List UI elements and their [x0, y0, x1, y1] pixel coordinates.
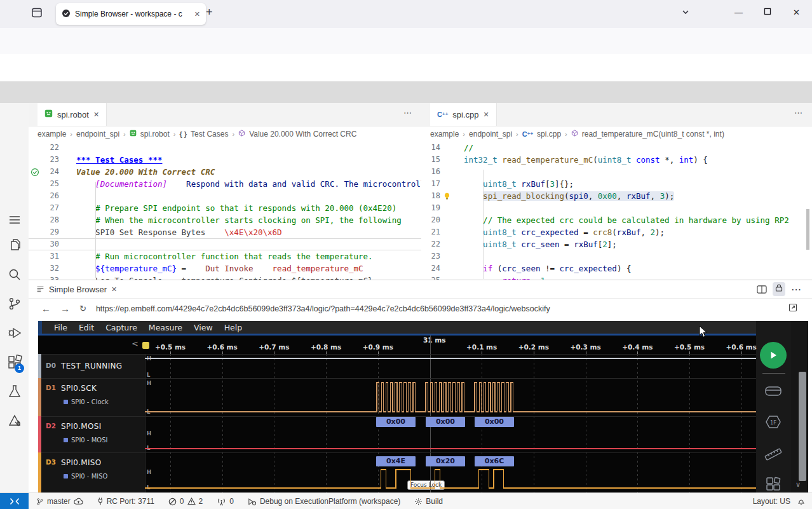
- code-line-17[interactable]: 17 uint8_t rxBuf[3]{};: [421, 178, 812, 190]
- run-debug-icon[interactable]: [7, 325, 22, 341]
- code-line-30[interactable]: 30: [29, 238, 421, 250]
- build-indicator[interactable]: Build: [414, 497, 443, 506]
- tab-close-icon[interactable]: ✕: [194, 10, 200, 18]
- menu-file[interactable]: File: [48, 323, 73, 332]
- tab-spi-robot[interactable]: spi.robot ✕: [37, 103, 107, 126]
- gutter-pad: [59, 154, 76, 166]
- timeline-marker[interactable]: [142, 342, 149, 349]
- reload-icon[interactable]: ↻: [79, 304, 86, 313]
- forward-icon[interactable]: →: [60, 303, 70, 314]
- lock-toggle[interactable]: [773, 282, 785, 296]
- code-line-32[interactable]: 32 ${temperature_mC} = Dut Invoke read_t…: [29, 262, 421, 275]
- menu-measure[interactable]: Measure: [143, 323, 188, 332]
- code-line-25[interactable]: 25 [Documentation] Respond with data and…: [29, 178, 421, 190]
- open-external-icon[interactable]: [788, 302, 798, 315]
- broadcast-icon: [217, 498, 226, 506]
- tab-spi-cpp[interactable]: C++ spi.cpp ✕: [430, 103, 497, 126]
- channel-name[interactable]: SPI0.SCK: [61, 384, 97, 393]
- new-tab-button[interactable]: +: [206, 6, 213, 19]
- maximize-button[interactable]: [764, 8, 771, 17]
- collapse-chevron-icon[interactable]: <: [132, 339, 139, 348]
- scrollbar-decoration[interactable]: [806, 209, 809, 250]
- code-line-25[interactable]: 25 return -1;: [421, 275, 812, 280]
- code-editor-cpp[interactable]: 14//15int32_t read_temperature_mC(uint8_…: [421, 142, 812, 280]
- code-line-16[interactable]: 16: [421, 166, 812, 178]
- back-icon[interactable]: ←: [41, 303, 51, 314]
- editor-actions-icon[interactable]: ⋯: [403, 108, 412, 118]
- device-icon[interactable]: [763, 383, 783, 402]
- testing-beaker-icon[interactable]: [7, 384, 22, 399]
- la-scrollbar-thumb[interactable]: [799, 372, 806, 481]
- keyboard-layout-label[interactable]: Layout: US: [753, 497, 790, 506]
- code-line-24[interactable]: 24 if (crc_seen != crc_expected) {: [421, 262, 812, 275]
- code-line-19[interactable]: 19: [421, 202, 812, 214]
- split-editor-icon[interactable]: [757, 285, 767, 294]
- hex-1f-icon[interactable]: 1F: [763, 414, 783, 433]
- run-capture-button[interactable]: [760, 342, 787, 369]
- menu-help[interactable]: Help: [219, 323, 248, 332]
- code-line-29[interactable]: 29 SPI0 Set Response Bytes \x4E\x20\x6D: [29, 226, 421, 238]
- gutter-icon: [440, 214, 453, 226]
- channel-name[interactable]: SPI0.MOSI: [61, 422, 102, 431]
- code-line-26[interactable]: 26: [29, 190, 421, 202]
- code-line-31[interactable]: 31 # Run microcontroller function that r…: [29, 250, 421, 262]
- ruler-tick-label: +0.1 ms: [466, 343, 497, 351]
- code-line-24[interactable]: 24Value 20.000 With Correct CRC: [29, 166, 421, 178]
- code-line-23[interactable]: 23: [421, 250, 812, 262]
- browser-tab[interactable]: Simple Browser - workspace - c ✕: [56, 3, 206, 25]
- waveform-D1[interactable]: [145, 378, 756, 416]
- channel-name[interactable]: SPI0.MISO: [61, 458, 102, 467]
- layout-blocks-icon[interactable]: [763, 475, 783, 492]
- code-line-27[interactable]: 27 # Prepare SPI endpoint so that it res…: [29, 202, 421, 214]
- channel-id: D0: [46, 362, 56, 369]
- robotframework-ext-icon[interactable]: [7, 413, 22, 428]
- code-line-14[interactable]: 14//: [421, 142, 812, 154]
- panel-tab-bar: Simple Browser ✕ ⋯: [29, 280, 812, 298]
- breadcrumb-right[interactable]: example› endpoint_spi› C++ spi.cpp› read…: [421, 126, 812, 142]
- source-control-icon[interactable]: [7, 296, 22, 311]
- line-number: 25: [421, 275, 440, 280]
- gutter-icon: [440, 262, 453, 275]
- menu-icon[interactable]: [7, 212, 22, 227]
- firefox-view-icon[interactable]: [30, 6, 43, 22]
- logic-analyzer[interactable]: FileEditCaptureMeasureViewHelp 31 ms < 1…: [38, 321, 808, 492]
- code-line-22[interactable]: 22 uint8_t crc_seen = rxBuf[2];: [421, 238, 812, 250]
- panel-tab-close-icon[interactable]: ✕: [111, 285, 117, 294]
- code-line-28[interactable]: 28 # When the microcontroller starts clo…: [29, 214, 421, 226]
- close-button[interactable]: ✕: [793, 8, 800, 17]
- panel-tab-simple-browser[interactable]: Simple Browser ✕: [36, 280, 117, 298]
- panel-more-actions-icon[interactable]: ⋯: [791, 283, 802, 295]
- tab-close-icon[interactable]: ✕: [93, 111, 99, 119]
- code-line-33[interactable]: 33 Log To Console temperature Centigrade…: [29, 275, 421, 280]
- editor-actions-icon[interactable]: ⋯: [794, 108, 803, 118]
- menu-view[interactable]: View: [188, 323, 219, 332]
- branch-indicator[interactable]: master: [36, 497, 83, 506]
- remote-indicator[interactable]: [0, 493, 29, 509]
- code-line-22[interactable]: 22: [29, 142, 421, 154]
- code-line-21[interactable]: 21 uint8_t crc_expected = crc8(rxBuf, 2)…: [421, 226, 812, 238]
- explorer-icon[interactable]: [7, 238, 22, 253]
- search-icon[interactable]: [7, 267, 22, 282]
- debug-indicator[interactable]: Debug on ExecutionPlatform (workspace): [248, 497, 400, 506]
- browser-panel-url[interactable]: https://ep.embeff.com/4429e4c7e2cb4dc6b5…: [96, 304, 550, 313]
- list-tabs-chevron-icon[interactable]: [681, 8, 690, 18]
- menu-capture[interactable]: Capture: [100, 323, 143, 332]
- code-line-18[interactable]: 18 spi_read_blocking(spi0, 0x00, rxBuf, …: [421, 190, 812, 202]
- notifications-bell-icon[interactable]: [797, 497, 806, 506]
- menu-edit[interactable]: Edit: [73, 323, 100, 332]
- ports-indicator[interactable]: 0: [217, 497, 234, 506]
- code-line-23[interactable]: 23*** Test Cases ***: [29, 154, 421, 166]
- code-line-20[interactable]: 20 // The expected crc could be calculat…: [421, 214, 812, 226]
- tab-close-icon[interactable]: ✕: [484, 111, 489, 119]
- code-editor-robot[interactable]: 2223*** Test Cases ***24Value 20.000 Wit…: [29, 142, 421, 280]
- rc-port-indicator[interactable]: RC Port: 3711: [97, 497, 154, 506]
- channel-subtitle: SPI0 - Clock: [64, 398, 109, 405]
- channel-name[interactable]: TEST_RUNNING: [61, 362, 122, 370]
- minimize-button[interactable]: —: [734, 8, 743, 17]
- code-line-15[interactable]: 15int32_t read_temperature_mC(uint8_t co…: [421, 154, 812, 166]
- scroll-down-chevron-icon[interactable]: ∨: [795, 480, 801, 489]
- problems-indicator[interactable]: 0 2: [168, 497, 203, 506]
- breadcrumb-left[interactable]: example› endpoint_spi› spi.robot› { } Te…: [29, 126, 421, 142]
- measure-ruler-icon[interactable]: [763, 445, 783, 465]
- waveform-D0[interactable]: [145, 354, 756, 378]
